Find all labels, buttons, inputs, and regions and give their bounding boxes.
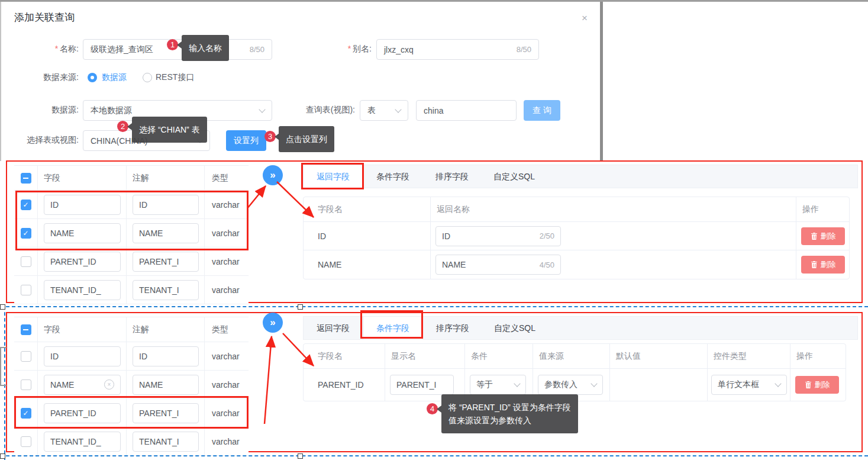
- column-header: 类型: [205, 166, 249, 190]
- comment-input[interactable]: ID: [133, 195, 199, 215]
- field-input[interactable]: PARENT_ID: [44, 252, 121, 272]
- close-icon[interactable]: ×: [582, 12, 588, 24]
- collapse-panel-button[interactable]: »: [263, 165, 283, 185]
- row-checkbox[interactable]: [21, 379, 31, 390]
- row-checkbox[interactable]: [21, 436, 31, 447]
- tab-custom-sql[interactable]: 自定义SQL: [482, 317, 547, 339]
- step-tooltip-4: 将 “PARENT_ID” 设置为条件字段 值来源设置为参数传入: [441, 394, 578, 433]
- double-chevron-right-icon: »: [270, 317, 275, 329]
- step-tooltip-2: 选择 “CHIAN” 表: [132, 117, 207, 143]
- field-input[interactable]: NAME×: [44, 375, 121, 395]
- field-input[interactable]: NAME: [44, 223, 121, 243]
- row-checkbox[interactable]: ✓: [21, 228, 31, 239]
- table-row: NAME× NAME varchar: [14, 371, 249, 399]
- field-input[interactable]: PARENT_ID: [44, 403, 121, 423]
- alias-input[interactable]: jlxz_cxq 8/50: [376, 39, 539, 60]
- chevron-down-icon: [775, 380, 781, 387]
- delete-button[interactable]: 删除: [801, 227, 845, 245]
- tooltip-caret: [177, 41, 182, 49]
- radio-rest-api-label[interactable]: REST接口: [156, 72, 194, 83]
- field-input[interactable]: TENANT_ID_: [44, 280, 121, 300]
- query-button[interactable]: 查 询: [524, 100, 560, 121]
- selection-handle[interactable]: [0, 453, 5, 459]
- tab-return-fields[interactable]: 返回字段: [304, 165, 363, 188]
- field-input[interactable]: TENANT_ID_: [44, 432, 121, 452]
- comment-input[interactable]: ID: [133, 346, 199, 366]
- datasource-label: 数据源:: [12, 105, 79, 115]
- tab-bar: 返回字段 条件字段 排序字段 自定义SQL: [303, 316, 858, 340]
- table-row: ID ID2/50 删除: [304, 222, 849, 250]
- row-checkbox[interactable]: [21, 256, 31, 267]
- delete-button[interactable]: 删除: [795, 376, 839, 394]
- alias-label: *别名:: [305, 44, 372, 54]
- type-cell: varchar: [205, 399, 249, 427]
- radio-datasource-label[interactable]: 数据源: [102, 72, 127, 83]
- return-fields-panel: 字段 注解 类型 ✓ ID ID varchar ✓ NAME NAME var…: [6, 160, 863, 303]
- tab-custom-sql[interactable]: 自定义SQL: [482, 165, 547, 188]
- tab-sort-fields[interactable]: 排序字段: [423, 317, 482, 339]
- display-name-input[interactable]: PARENT_I: [390, 375, 454, 395]
- field-input[interactable]: ID: [44, 195, 121, 215]
- tooltip-caret: [127, 123, 132, 130]
- clear-input-icon[interactable]: ×: [104, 379, 114, 390]
- field-input[interactable]: ID: [44, 346, 121, 366]
- row-checkbox[interactable]: [21, 285, 31, 295]
- trash-icon: [811, 233, 818, 240]
- delete-button[interactable]: 删除: [801, 256, 845, 274]
- selection-handle[interactable]: [298, 304, 303, 310]
- control-type-select[interactable]: 单行文本框: [711, 375, 787, 395]
- chevron-down-icon: [395, 106, 401, 112]
- field-name-cell: ID: [304, 222, 431, 250]
- comment-input[interactable]: TENANT_I: [133, 432, 199, 452]
- window-top-border: [0, 0, 868, 2]
- row-checkbox[interactable]: ✓: [21, 408, 31, 419]
- select-all-checkbox[interactable]: [21, 324, 31, 335]
- return-name-input[interactable]: ID2/50: [435, 226, 561, 246]
- tab-return-fields[interactable]: 返回字段: [304, 317, 363, 339]
- set-columns-button[interactable]: 设置列: [226, 130, 266, 151]
- row-checkbox[interactable]: ✓: [21, 200, 31, 210]
- dialog-title: 添加关联查询: [14, 11, 75, 24]
- table-row: ✓ PARENT_ID PARENT_I varchar: [14, 399, 249, 427]
- radio-rest-api[interactable]: [143, 73, 152, 82]
- collapse-panel-button[interactable]: »: [263, 313, 283, 333]
- chevron-down-icon: [259, 106, 265, 112]
- comment-input[interactable]: PARENT_I: [133, 403, 199, 423]
- table-row: ID ID varchar: [14, 342, 249, 371]
- tab-condition-fields[interactable]: 条件字段: [363, 317, 423, 339]
- return-fields-table: 字段名 返回名称 操作 ID ID2/50 删除: [303, 197, 850, 279]
- tab-condition-fields[interactable]: 条件字段: [363, 165, 422, 188]
- field-table: 字段 注解 类型 ID ID varchar NAME× NAME varcha…: [14, 317, 249, 456]
- row-checkbox[interactable]: [21, 351, 31, 362]
- type-cell: varchar: [205, 342, 249, 370]
- selection-handle[interactable]: [0, 304, 5, 310]
- table-row: ✓ ID ID varchar: [14, 191, 249, 219]
- table-type-select[interactable]: 表: [360, 100, 408, 121]
- selection-side-handle[interactable]: [0, 347, 7, 386]
- select-all-checkbox[interactable]: [21, 173, 31, 184]
- table-search-input[interactable]: china: [416, 100, 517, 121]
- data-source-label: 数据来源:: [12, 72, 79, 83]
- dialog-scrollbar[interactable]: [600, 2, 603, 161]
- field-table: 字段 注解 类型 ✓ ID ID varchar ✓ NAME NAME var…: [14, 165, 249, 304]
- tab-sort-fields[interactable]: 排序字段: [422, 165, 482, 188]
- condition-fields-panel: 字段 注解 类型 ID ID varchar NAME× NAME varcha…: [6, 312, 863, 452]
- table-row: PARENT_ID PARENT_I varchar: [14, 247, 249, 276]
- comment-input[interactable]: NAME: [133, 223, 199, 243]
- type-cell: varchar: [205, 247, 249, 275]
- dialog-left-border: [0, 2, 1, 161]
- tab-bar: 返回字段 条件字段 排序字段 自定义SQL: [303, 165, 858, 188]
- tooltip-caret: [437, 406, 441, 413]
- comment-input[interactable]: PARENT_I: [133, 252, 199, 272]
- condition-table-header: 字段名 显示名 条件 值来源 默认值 控件类型 操作: [304, 344, 846, 369]
- value-source-select[interactable]: 参数传入: [538, 375, 603, 395]
- condition-select[interactable]: 等于: [470, 375, 526, 395]
- type-cell: varchar: [205, 427, 249, 455]
- comment-input[interactable]: NAME: [133, 375, 199, 395]
- selection-handle[interactable]: [298, 453, 303, 459]
- return-name-input[interactable]: NAME4/50: [435, 255, 561, 275]
- comment-input[interactable]: TENANT_I: [133, 280, 199, 300]
- field-table-header: 字段 注解 类型: [14, 317, 249, 342]
- radio-datasource[interactable]: [88, 73, 97, 82]
- alias-counter: 8/50: [512, 45, 531, 54]
